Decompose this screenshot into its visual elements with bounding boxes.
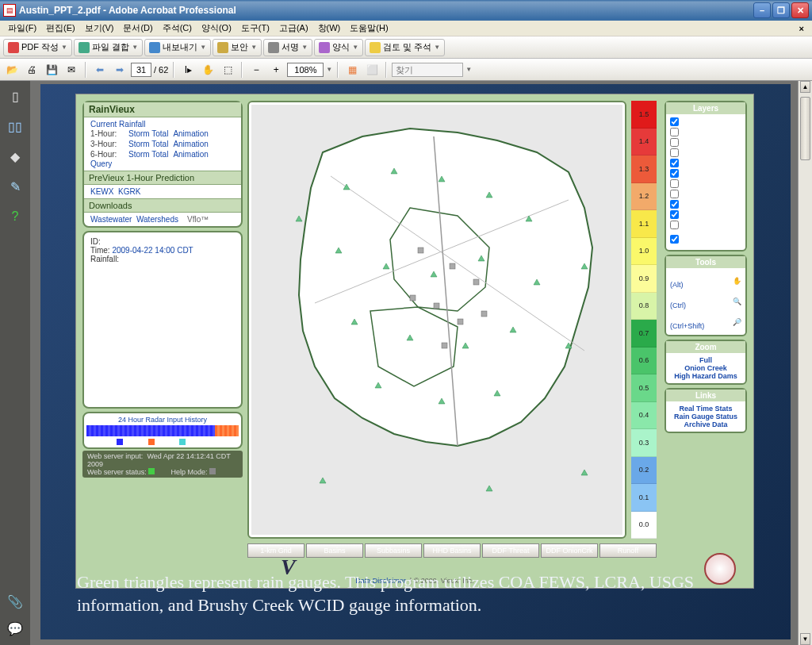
menu-help[interactable]: 도움말(H) xyxy=(345,21,393,36)
zoom-onion-link[interactable]: Onion Creek xyxy=(669,364,742,372)
layer-checkbox[interactable] xyxy=(670,148,679,157)
zoom-full-link[interactable]: Full xyxy=(669,356,742,364)
find-input[interactable] xyxy=(392,63,463,77)
layer-checkbox[interactable] xyxy=(670,169,679,178)
menu-advanced[interactable]: 고급(A) xyxy=(274,21,313,36)
map-mode-button[interactable]: Subbasins xyxy=(365,543,422,558)
secure-button[interactable]: 보안▼ xyxy=(213,39,262,56)
scrollbar-thumb[interactable] xyxy=(800,97,810,160)
menu-edit[interactable]: 편집(E) xyxy=(41,21,80,36)
watersheds-link[interactable]: Watersheds xyxy=(136,215,178,224)
6hour-storm-link[interactable]: Storm Total xyxy=(128,150,168,159)
scroll-up-icon[interactable]: ▲ xyxy=(800,81,810,93)
maximize-button[interactable]: ❐ xyxy=(772,2,790,18)
wastewater-link[interactable]: Wastewater xyxy=(90,215,132,224)
layers-panel-icon[interactable]: ◆ xyxy=(6,148,24,165)
layer-checkbox[interactable] xyxy=(670,221,679,229)
open-icon[interactable]: 📂 xyxy=(3,61,21,79)
zoom-dropdown-icon[interactable]: ▼ xyxy=(326,66,332,73)
comments-panel-icon[interactable]: 💬 xyxy=(6,620,24,637)
fit-width-icon[interactable]: ⬜ xyxy=(363,61,381,79)
fit-page-icon[interactable]: ▦ xyxy=(343,61,361,79)
layer-checkbox[interactable] xyxy=(670,179,679,188)
kewx-link[interactable]: KEWX xyxy=(90,187,113,196)
1hour-anim-link[interactable]: Animation xyxy=(173,129,208,138)
combine-files-button[interactable]: 파일 결합▼ xyxy=(74,39,143,56)
layer-checkbox-row[interactable]: WW North xyxy=(670,127,741,137)
prev-page-icon[interactable]: ⬅ xyxy=(91,61,109,79)
rain-gauge-status-link[interactable]: Rain Gauge Status xyxy=(669,413,742,420)
pdf-create-button[interactable]: PDF 작성▼ xyxy=(3,39,72,56)
save-icon[interactable]: 💾 xyxy=(43,61,60,79)
menu-tools[interactable]: 도구(T) xyxy=(236,21,274,36)
map-mode-button[interactable]: Basins xyxy=(306,543,363,558)
kgrk-link[interactable]: KGRK xyxy=(118,187,140,196)
layer-checkbox-row[interactable]: Drainage xyxy=(670,189,741,199)
hand-tool-icon[interactable]: ✋ xyxy=(199,61,216,79)
layer-checkbox[interactable] xyxy=(670,128,679,136)
page-number-input[interactable] xyxy=(131,63,151,77)
map-mode-button[interactable]: HHD Basins xyxy=(423,543,481,558)
menu-file[interactable]: 파일(F) xyxy=(3,21,41,36)
review-button[interactable]: 검토 및 주석▼ xyxy=(365,39,445,56)
zoom-in-icon[interactable]: + xyxy=(267,61,285,79)
zoom-out-icon[interactable]: − xyxy=(247,61,265,79)
layer-checkbox[interactable] xyxy=(670,200,679,209)
layer-checkbox-row[interactable]: WW Central xyxy=(670,137,741,148)
document-viewer[interactable]: ▲ ▼ RainVieux Current Rainfall 1-Hour:St… xyxy=(30,81,812,645)
layer-checkbox-row[interactable]: WW South xyxy=(670,148,741,158)
menu-document[interactable]: 문서(D) xyxy=(118,21,157,36)
map-mode-button[interactable]: Runoff xyxy=(599,543,657,558)
help-icon[interactable]: ? xyxy=(6,208,24,225)
forms-button[interactable]: 양식▼ xyxy=(314,39,363,56)
3hour-anim-link[interactable]: Animation xyxy=(173,140,208,148)
layer-checkbox[interactable] xyxy=(670,210,679,219)
pan-tool-icon[interactable]: ✋ xyxy=(733,277,741,285)
menu-window[interactable]: 창(W) xyxy=(313,21,346,36)
6hour-anim-link[interactable]: Animation xyxy=(173,150,208,159)
layer-checkbox[interactable] xyxy=(670,117,679,126)
print-icon[interactable]: 🖨 xyxy=(23,61,40,79)
layer-checkbox-row[interactable]: Major Roads xyxy=(670,168,741,179)
zoom-out-tool-icon[interactable]: 🔎 xyxy=(733,318,741,326)
sign-button[interactable]: 서명▼ xyxy=(263,39,312,56)
layer-checkbox[interactable] xyxy=(670,159,679,167)
3hour-storm-link[interactable]: Storm Total xyxy=(128,140,168,148)
query-link[interactable]: Query xyxy=(90,159,235,168)
select-tool-icon[interactable]: I▸ xyxy=(179,61,197,79)
layer-checkbox-row[interactable]: Gauges xyxy=(670,117,741,127)
map-mode-button[interactable]: DDF Threat xyxy=(482,543,539,558)
layer-checkbox-row[interactable]: City Streets xyxy=(670,179,741,189)
layer-checkbox-row[interactable]: Basin Outlines xyxy=(670,209,741,220)
scroll-down-icon[interactable]: ▼ xyxy=(800,633,810,645)
zoom-in-tool-icon[interactable]: 🔍 xyxy=(733,298,741,305)
1hour-storm-link[interactable]: Storm Total xyxy=(128,129,168,138)
layer-checkbox-row[interactable]: Subbasin Outlines xyxy=(670,220,741,230)
menu-comments[interactable]: 주석(C) xyxy=(158,21,197,36)
zoom-hhd-link[interactable]: High Hazard Dams xyxy=(669,372,742,380)
close-button[interactable]: ✕ xyxy=(791,2,809,18)
map-canvas[interactable] xyxy=(251,105,622,535)
layer-checkbox-row[interactable]: High Hazard Dams xyxy=(670,230,741,248)
marquee-zoom-icon[interactable]: ⬚ xyxy=(219,61,236,79)
archive-data-link[interactable]: Archive Data xyxy=(669,420,742,428)
attachments-panel-icon[interactable]: 📎 xyxy=(6,593,24,610)
map-mode-button[interactable]: DDF OnionCrk xyxy=(541,543,598,558)
realtime-stats-link[interactable]: Real Time Stats xyxy=(669,405,742,413)
layer-checkbox[interactable] xyxy=(670,138,679,147)
menu-forms[interactable]: 양식(O) xyxy=(197,21,236,36)
zoom-level-input[interactable] xyxy=(287,63,324,77)
pages-panel-icon[interactable]: ▯ xyxy=(6,87,24,105)
layer-checkbox-row[interactable]: I-35 xyxy=(670,158,741,168)
export-button[interactable]: 내보내기▼ xyxy=(144,39,211,56)
next-page-icon[interactable]: ➡ xyxy=(111,61,128,79)
menu-view[interactable]: 보기(V) xyxy=(80,21,119,36)
layer-checkbox[interactable] xyxy=(670,235,679,244)
minimize-button[interactable]: – xyxy=(753,2,771,18)
current-rainfall-link[interactable]: Current Rainfall xyxy=(90,120,235,129)
signatures-panel-icon[interactable]: ✎ xyxy=(6,178,24,195)
bookmarks-panel-icon[interactable]: ▯▯ xyxy=(6,117,24,135)
layer-checkbox[interactable] xyxy=(670,190,679,198)
menu-close-x[interactable]: × xyxy=(795,24,809,33)
layer-checkbox-row[interactable]: Counties xyxy=(670,199,741,209)
